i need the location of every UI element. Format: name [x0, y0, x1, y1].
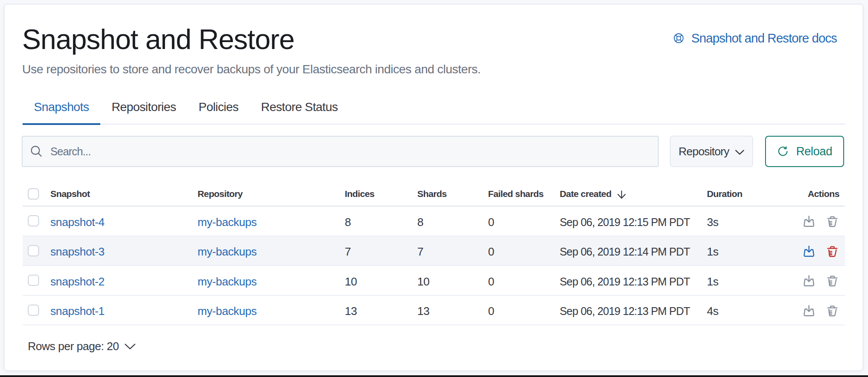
tab-snapshots[interactable]: Snapshots — [23, 99, 100, 124]
date-created-cell: Sep 06, 2019 12:14 PM PDT — [560, 246, 707, 258]
snapshot-link[interactable]: snapshot-3 — [50, 245, 198, 259]
row-checkbox-cell — [23, 305, 50, 316]
duration-cell: 1s — [707, 245, 795, 259]
tab-repositories[interactable]: Repositories — [100, 99, 187, 124]
page-subtitle: Use repositories to store and recover ba… — [22, 63, 481, 75]
delete-snapshot-button[interactable] — [825, 274, 839, 288]
tab-restore-status[interactable]: Restore Status — [250, 99, 349, 124]
table-row: snapshot-2my-backups10100Sep 06, 2019 12… — [23, 266, 845, 296]
failed-shards-cell: 0 — [488, 216, 560, 229]
restore-icon — [802, 245, 816, 259]
reload-button-label: Reload — [796, 145, 832, 158]
indices-cell: 10 — [345, 275, 417, 288]
page-title: Snapshot and Restore — [22, 25, 294, 53]
duration-cell: 4s — [707, 305, 795, 318]
date-created-cell: Sep 06, 2019 12:15 PM PDT — [560, 216, 707, 229]
search-row: Repository Reload — [0, 136, 868, 167]
date-created-cell: Sep 06, 2019 12:13 PM PDT — [560, 275, 707, 288]
table-header: Snapshot Repository Indices Shards Faile… — [23, 184, 845, 207]
column-header-snapshot[interactable]: Snapshot — [50, 189, 198, 199]
snapshot-link[interactable]: snapshot-4 — [50, 216, 198, 229]
repository-link[interactable]: my-backups — [198, 216, 345, 229]
row-checkbox[interactable] — [28, 305, 39, 316]
row-actions-cell — [795, 272, 845, 288]
row-checkbox[interactable] — [28, 275, 39, 286]
row-checkbox-cell — [23, 275, 50, 286]
column-header-repository[interactable]: Repository — [198, 189, 345, 199]
refresh-icon — [777, 145, 789, 157]
column-header-actions: Actions — [795, 189, 845, 199]
indices-cell: 8 — [345, 216, 417, 229]
repository-link[interactable]: my-backups — [198, 245, 345, 259]
duration-cell: 1s — [707, 275, 795, 288]
window-bottom-edge — [0, 375, 868, 377]
trash-icon — [825, 215, 839, 229]
column-header-date-created[interactable]: Date created — [560, 188, 707, 199]
duration-cell: 3s — [707, 216, 795, 229]
trash-icon — [825, 274, 839, 288]
restore-icon — [802, 215, 816, 229]
shards-cell: 13 — [417, 305, 488, 318]
trash-icon — [825, 304, 839, 318]
table-footer: Rows per page: 20 — [23, 325, 845, 368]
select-all-checkbox[interactable] — [28, 188, 39, 200]
table-row: snapshot-4my-backups880Sep 06, 2019 12:1… — [23, 207, 845, 236]
delete-snapshot-button[interactable] — [825, 215, 839, 229]
snapshot-link[interactable]: snapshot-2 — [50, 275, 198, 288]
repository-filter-label: Repository — [679, 145, 729, 158]
column-header-duration[interactable]: Duration — [707, 189, 795, 199]
restore-snapshot-button[interactable] — [802, 274, 816, 288]
indices-cell: 7 — [345, 245, 417, 259]
select-all-cell — [23, 188, 50, 200]
restore-snapshot-button[interactable] — [802, 215, 816, 229]
row-actions-cell — [795, 302, 845, 318]
row-checkbox[interactable] — [28, 245, 39, 256]
repository-link[interactable]: my-backups — [198, 275, 345, 288]
search-icon — [30, 144, 43, 158]
table-row: snapshot-1my-backups13130Sep 06, 2019 12… — [23, 296, 845, 326]
tab-policies[interactable]: Policies — [187, 99, 250, 124]
delete-snapshot-button[interactable] — [825, 304, 839, 318]
table-row: snapshot-3my-backups770Sep 06, 2019 12:1… — [23, 236, 845, 266]
shards-cell: 10 — [417, 275, 488, 288]
rows-per-page-label: Rows per page: 20 — [28, 340, 119, 353]
sort-descending-icon — [617, 190, 626, 199]
indices-cell: 13 — [345, 305, 417, 318]
row-actions-cell — [795, 213, 845, 229]
row-checkbox[interactable] — [28, 215, 39, 226]
chevron-down-icon — [735, 150, 744, 155]
repository-filter-button[interactable]: Repository — [670, 136, 753, 167]
reload-button[interactable]: Reload — [765, 136, 844, 167]
rows-per-page-button[interactable]: Rows per page: 20 — [28, 340, 135, 353]
failed-shards-cell: 0 — [488, 245, 560, 259]
date-created-cell: Sep 06, 2019 12:13 PM PDT — [560, 305, 707, 318]
row-checkbox-cell — [23, 245, 50, 256]
shards-cell: 7 — [417, 245, 488, 259]
search-box — [22, 136, 659, 167]
row-checkbox-cell — [23, 215, 50, 226]
row-actions-cell — [795, 243, 845, 259]
docs-link[interactable]: Snapshot and Restore docs — [673, 32, 837, 44]
restore-icon — [802, 304, 816, 318]
shards-cell: 8 — [417, 216, 488, 229]
restore-icon — [802, 274, 816, 288]
snapshot-link[interactable]: snapshot-1 — [50, 305, 198, 318]
table-body: snapshot-4my-backups880Sep 06, 2019 12:1… — [23, 207, 845, 325]
delete-snapshot-button[interactable] — [825, 245, 839, 259]
docs-link-label: Snapshot and Restore docs — [691, 32, 837, 45]
help-icon — [673, 33, 684, 44]
tabs: SnapshotsRepositoriesPoliciesRestore Sta… — [23, 99, 845, 125]
trash-icon — [825, 245, 839, 259]
repository-link[interactable]: my-backups — [198, 305, 345, 318]
restore-snapshot-button[interactable] — [802, 245, 816, 259]
failed-shards-cell: 0 — [488, 275, 560, 288]
search-input[interactable] — [50, 145, 651, 158]
column-header-indices[interactable]: Indices — [345, 189, 417, 199]
column-header-failed-shards[interactable]: Failed shards — [488, 189, 560, 199]
column-header-shards[interactable]: Shards — [417, 189, 488, 199]
chevron-down-icon — [125, 344, 135, 350]
restore-snapshot-button[interactable] — [802, 304, 816, 318]
failed-shards-cell: 0 — [488, 305, 560, 318]
